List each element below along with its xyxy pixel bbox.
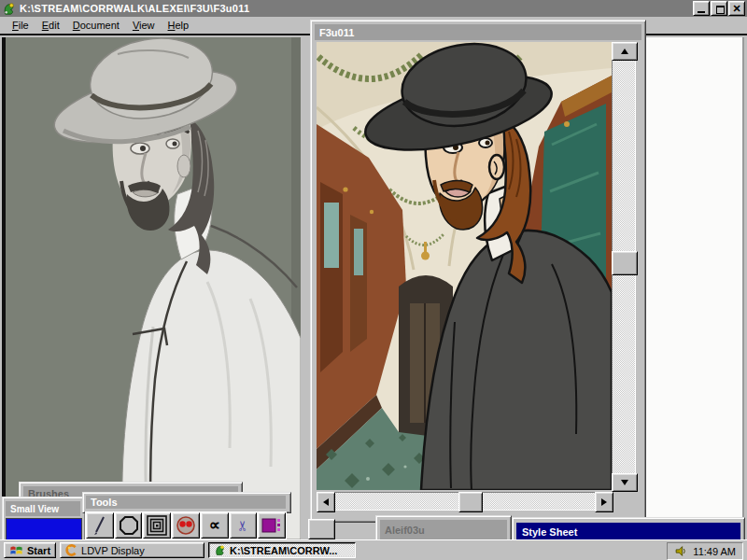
task-label: LDVP Display bbox=[81, 545, 145, 556]
small-view-swatch[interactable] bbox=[6, 518, 82, 540]
scroll-up-button[interactable] bbox=[612, 42, 638, 61]
scissors-tool-button[interactable]: ✂ bbox=[230, 512, 258, 539]
start-label: Start bbox=[27, 545, 50, 556]
concentric-fill-tool-button[interactable] bbox=[143, 512, 171, 539]
close-button[interactable]: ✕ bbox=[728, 1, 745, 16]
purple-swatch-icon bbox=[261, 516, 282, 535]
tools-panel: Tools bbox=[82, 492, 289, 539]
child-window-title: F3u011 bbox=[319, 27, 354, 38]
reference-photo bbox=[6, 37, 301, 539]
alpha-tool-button[interactable]: ∝ bbox=[201, 512, 229, 539]
task-kstream[interactable]: K:\STREAM\CORRW... bbox=[208, 542, 356, 558]
orange-c-icon bbox=[65, 544, 78, 556]
restore-button[interactable] bbox=[711, 1, 727, 16]
small-view-titlebar[interactable]: Small View bbox=[6, 501, 80, 516]
minimize-icon bbox=[698, 11, 705, 13]
style-sheet-window[interactable]: Style Sheet bbox=[512, 517, 745, 541]
child-window-titlebar[interactable]: F3u011 bbox=[315, 24, 641, 40]
background-document bbox=[642, 37, 744, 525]
tools-title: Tools bbox=[86, 496, 286, 509]
pen-tool-button[interactable] bbox=[86, 512, 114, 539]
scissors-icon: ✂ bbox=[235, 520, 250, 532]
horizontal-scrollbar[interactable] bbox=[317, 492, 612, 511]
task-label: K:\STREAM\CORRW... bbox=[230, 545, 337, 556]
scroll-right-button[interactable] bbox=[595, 492, 613, 512]
paint-canvas[interactable] bbox=[317, 42, 612, 490]
arrow-right-icon bbox=[601, 498, 607, 506]
arrow-left-icon bbox=[323, 498, 329, 506]
main-window-titlebar[interactable]: K:\STREAM\CORRWALK\ALEXEI\F3U\F3u011 ✕ bbox=[0, 0, 747, 17]
menu-file[interactable]: File bbox=[6, 18, 35, 33]
restore-icon bbox=[716, 6, 725, 14]
aleif-titlebar[interactable]: Aleif03u bbox=[380, 520, 507, 539]
taskbar: Start LDVP Display K:\STREAM\CORRW... 11… bbox=[0, 539, 747, 560]
pen-icon bbox=[91, 515, 109, 536]
window-title: K:\STREAM\CORRWALK\ALEXEI\F3U\F3u011 bbox=[20, 3, 250, 14]
start-button[interactable]: Start bbox=[4, 542, 56, 558]
polygon-tool-button[interactable] bbox=[115, 512, 143, 539]
aleif-title: Aleif03u bbox=[385, 525, 425, 536]
arrow-down-icon bbox=[621, 480, 628, 485]
tools-titlebar[interactable]: Tools bbox=[82, 492, 291, 513]
system-tray: 11:49 AM bbox=[667, 542, 743, 560]
horizontal-scroll-thumb[interactable] bbox=[458, 492, 483, 512]
menu-view[interactable]: View bbox=[126, 18, 162, 33]
vertical-scroll-thumb[interactable] bbox=[612, 251, 638, 275]
concentric-squares-icon bbox=[147, 515, 167, 536]
menu-edit[interactable]: Edit bbox=[35, 18, 66, 33]
aleif-window[interactable]: Aleif03u bbox=[375, 515, 512, 541]
menu-help[interactable]: Help bbox=[162, 18, 196, 33]
arrow-up-icon bbox=[621, 49, 628, 54]
minimize-button[interactable] bbox=[693, 1, 710, 16]
close-icon: ✕ bbox=[732, 4, 740, 13]
palette-tool-button[interactable] bbox=[258, 512, 286, 539]
scroll-down-button[interactable] bbox=[612, 473, 638, 492]
mask-tool-button[interactable] bbox=[172, 512, 200, 539]
screen: K:\STREAM\CORRWALK\ALEXEI\F3U\F3u011 ✕ F… bbox=[0, 0, 747, 560]
speaker-icon[interactable] bbox=[674, 545, 687, 557]
alpha-icon: ∝ bbox=[209, 516, 220, 535]
task-ldvp-display[interactable]: LDVP Display bbox=[60, 542, 204, 558]
windows-logo-icon bbox=[9, 544, 23, 557]
octagon-icon bbox=[119, 515, 139, 536]
window-fragment bbox=[308, 519, 335, 539]
scroll-left-button[interactable] bbox=[317, 492, 335, 512]
tools-button-row: ∝ ✂ bbox=[85, 511, 287, 539]
style-sheet-title: Style Sheet bbox=[522, 526, 577, 538]
red-mask-icon bbox=[176, 515, 196, 536]
small-view-panel: Small View bbox=[2, 497, 86, 541]
style-sheet-titlebar[interactable]: Style Sheet bbox=[516, 523, 740, 540]
menu-document[interactable]: Document bbox=[66, 18, 126, 33]
child-window: F3u011 bbox=[310, 20, 646, 523]
app-icon bbox=[2, 2, 16, 16]
small-view-title: Small View bbox=[10, 504, 59, 514]
vertical-scrollbar[interactable] bbox=[612, 42, 636, 490]
clock: 11:49 AM bbox=[693, 546, 736, 557]
green-figure-app-icon bbox=[214, 544, 226, 556]
